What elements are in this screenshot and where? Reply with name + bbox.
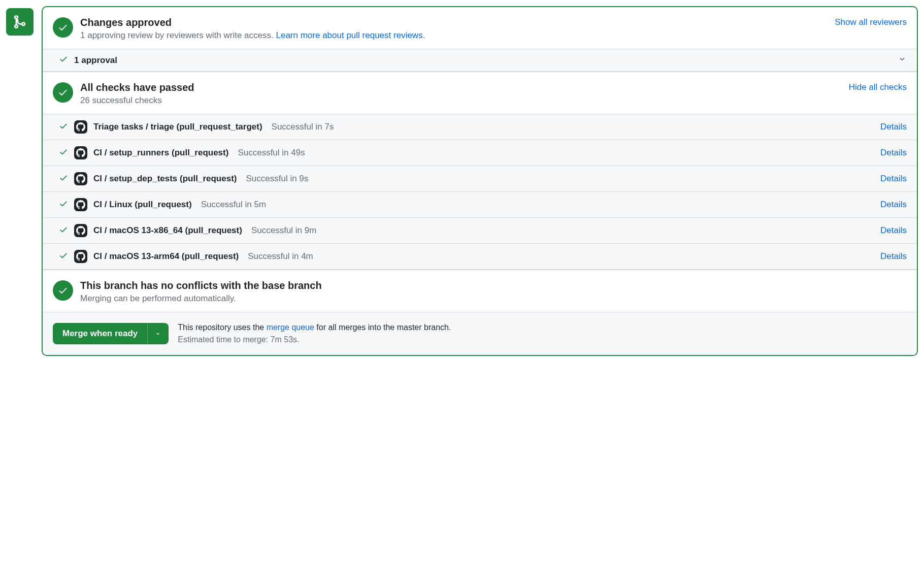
- check-status: Successful in 4m: [248, 251, 313, 262]
- merge-button-group: Merge when ready: [53, 323, 169, 344]
- check-row: CI / setup_runners (pull_request)Success…: [43, 140, 917, 166]
- checks-title: All checks have passed: [80, 80, 836, 94]
- checks-subtitle: 26 successful checks: [80, 95, 836, 106]
- check-name: CI / setup_dep_tests (pull_request): [93, 174, 237, 184]
- check-row: Triage tasks / triage (pull_request_targ…: [43, 114, 917, 140]
- check-icon: [59, 147, 68, 159]
- check-details-link[interactable]: Details: [880, 225, 907, 236]
- check-details-link[interactable]: Details: [880, 174, 907, 184]
- check-circle-icon: [53, 17, 73, 38]
- check-name: Triage tasks / triage (pull_request_targ…: [93, 122, 262, 132]
- check-row: CI / setup_dep_tests (pull_request)Succe…: [43, 166, 917, 192]
- conflicts-section: This branch has no conflicts with the ba…: [43, 270, 917, 312]
- check-details-link[interactable]: Details: [880, 122, 907, 132]
- github-actions-icon: [74, 198, 87, 211]
- git-merge-icon: [6, 8, 34, 36]
- merge-queue-link[interactable]: merge queue: [267, 323, 314, 332]
- check-name: CI / macOS 13-arm64 (pull_request): [93, 251, 239, 262]
- approval-count: 1 approval: [74, 55, 117, 66]
- check-name: CI / macOS 13-x86_64 (pull_request): [93, 225, 242, 236]
- merge-panel: Changes approved 1 approving review by r…: [42, 6, 918, 356]
- github-actions-icon: [74, 224, 87, 237]
- conflicts-subtitle: Merging can be performed automatically.: [80, 294, 907, 304]
- approved-section: Changes approved 1 approving review by r…: [43, 7, 917, 49]
- check-icon: [59, 251, 68, 263]
- conflicts-title: This branch has no conflicts with the ba…: [80, 278, 907, 293]
- check-details-link[interactable]: Details: [880, 200, 907, 210]
- check-icon: [59, 225, 68, 237]
- approval-expand-row[interactable]: 1 approval: [43, 49, 917, 72]
- check-row: CI / macOS 13-arm64 (pull_request)Succes…: [43, 244, 917, 270]
- hide-checks-link[interactable]: Hide all checks: [849, 80, 907, 92]
- merge-footer: Merge when ready This repository uses th…: [43, 312, 917, 355]
- merge-dropdown-button[interactable]: [147, 323, 169, 344]
- approved-title: Changes approved: [80, 15, 821, 29]
- check-details-link[interactable]: Details: [880, 148, 907, 158]
- check-name: CI / setup_runners (pull_request): [93, 148, 228, 158]
- check-status: Successful in 49s: [238, 148, 305, 158]
- approved-subtitle: 1 approving review by reviewers with wri…: [80, 30, 821, 41]
- github-actions-icon: [74, 250, 87, 263]
- github-actions-icon: [74, 172, 87, 185]
- github-actions-icon: [74, 146, 87, 159]
- check-icon: [59, 54, 68, 66]
- chevron-down-icon: [898, 54, 907, 66]
- merge-when-ready-button[interactable]: Merge when ready: [53, 323, 147, 344]
- check-circle-icon: [53, 82, 73, 103]
- check-status: Successful in 9m: [251, 225, 317, 236]
- check-icon: [59, 121, 68, 133]
- checks-list[interactable]: Triage tasks / triage (pull_request_targ…: [43, 114, 917, 270]
- check-row: CI / Linux (pull_request)Successful in 5…: [43, 192, 917, 218]
- checks-section: All checks have passed 26 successful che…: [43, 72, 917, 114]
- learn-more-link[interactable]: Learn more about pull request reviews.: [276, 30, 425, 40]
- check-circle-icon: [53, 280, 73, 301]
- github-actions-icon: [74, 120, 87, 134]
- check-icon: [59, 173, 68, 185]
- check-status: Successful in 7s: [272, 122, 334, 132]
- check-status: Successful in 5m: [201, 200, 267, 210]
- merge-footer-text: This repository uses the merge queue for…: [178, 321, 451, 346]
- check-status: Successful in 9s: [246, 174, 308, 184]
- check-details-link[interactable]: Details: [880, 251, 907, 262]
- check-icon: [59, 199, 68, 211]
- check-row: CI / macOS 13-x86_64 (pull_request)Succe…: [43, 218, 917, 244]
- show-reviewers-link[interactable]: Show all reviewers: [835, 15, 907, 27]
- check-name: CI / Linux (pull_request): [93, 200, 192, 210]
